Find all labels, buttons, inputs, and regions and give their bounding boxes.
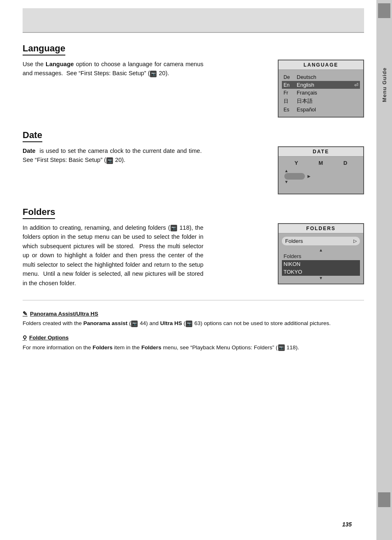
lang-code-de: De — [284, 74, 293, 80]
lang-name-fr: Français — [297, 90, 317, 96]
folder-select-label: Folders — [285, 238, 303, 244]
language-screen-title: LANGUAGE — [279, 60, 363, 70]
sidebar-label: Menu Guide — [381, 67, 387, 102]
page-ref-icon-folders: 📷 — [171, 225, 177, 231]
lang-item-en: En English ⏎ — [282, 81, 360, 89]
note-panorama: ✎ Panorama Assist/Ultra HS Folders creat… — [23, 309, 364, 328]
pencil-icon: ✎ — [23, 309, 28, 318]
folders-text: In addition to creating, renaming, and d… — [23, 223, 203, 288]
date-columns: Y M D — [284, 160, 357, 166]
folder-list: Folders NIKON TOKYO — [282, 252, 360, 276]
lang-item-fr: Fr Français — [282, 89, 360, 97]
date-camera-screen: DATE Y M D ▲ — [278, 146, 364, 194]
enter-icon: ⏎ — [354, 82, 358, 88]
lang-item-de: De Deutsch — [282, 73, 360, 81]
top-decorative-bar — [23, 8, 364, 33]
note-folder-options: ⚲ Folder Options For more information on… — [23, 334, 364, 352]
note-folder-options-body: For more information on the Folders item… — [23, 344, 364, 352]
note-panorama-heading: Panorama Assist/Ultra HS — [30, 310, 98, 318]
language-camera-screen: LANGUAGE De Deutsch En English — [278, 60, 364, 118]
folder-select-row: Folders ▷ — [282, 237, 360, 245]
date-nav: ▲ ► ▼ — [284, 168, 357, 184]
folders-screen-body: Folders ▷ ▲ Folders NIKON TOKYO ▼ — [279, 233, 363, 284]
language-screen-body: De Deutsch En English ⏎ Fr — [279, 70, 363, 117]
folders-heading: Folders — [23, 207, 55, 219]
date-text: Date is used to set the camera clock to … — [23, 146, 203, 165]
sidebar-icon-bottom — [378, 492, 390, 507]
note-folder-options-title: ⚲ Folder Options — [23, 334, 364, 342]
search-icon: ⚲ — [23, 334, 27, 342]
page-ref-icon-date: 📷 — [106, 157, 113, 164]
folders-section-row: In addition to creating, renaming, and d… — [23, 223, 364, 288]
lang-name-en: English — [297, 82, 314, 88]
lang-code-es: Es — [284, 107, 293, 113]
date-screen: DATE Y M D ▲ — [278, 146, 364, 194]
lang-code-ja: 日 — [284, 98, 293, 105]
arrow-right: ► — [307, 173, 311, 179]
down-arrow: ▼ — [284, 180, 288, 184]
folder-item-tokyo: TOKYO — [282, 268, 360, 276]
page-ref-ultrahs: 📷 — [186, 321, 192, 327]
folders-screen: FOLDERS Folders ▷ ▲ Folders NIKON TOKYO — [278, 223, 364, 284]
folders-camera-screen: FOLDERS Folders ▷ ▲ Folders NIKON TOKYO — [278, 223, 364, 284]
date-col-m: M — [318, 160, 323, 166]
note-panorama-body: Folders created with the Panorama assist… — [23, 319, 364, 328]
language-list: De Deutsch En English ⏎ Fr — [282, 73, 360, 113]
language-text: Use the Language option to choose a lang… — [23, 60, 203, 78]
folders-screen-title: FOLDERS — [279, 224, 363, 233]
language-heading: Language — [23, 43, 65, 55]
sidebar-tab: Menu Guide — [376, 0, 392, 540]
note-panorama-title: ✎ Panorama Assist/Ultra HS — [23, 309, 364, 318]
date-col-y: Y — [295, 160, 298, 166]
lang-item-es: Es Español — [282, 106, 360, 113]
language-screen: LANGUAGE De Deutsch En English — [278, 60, 364, 118]
date-section-row: Date is used to set the camera clock to … — [23, 146, 364, 194]
folder-down-arrow: ▼ — [282, 276, 360, 280]
date-input-row: ► — [284, 173, 311, 180]
folder-chevron-right: ▷ — [353, 238, 357, 244]
sidebar-icon-top — [378, 3, 390, 18]
lang-name-de: Deutsch — [297, 74, 316, 80]
note-folder-options-heading: Folder Options — [29, 334, 69, 342]
up-arrow: ▲ — [284, 168, 288, 173]
main-content: Language Use the Language option to choo… — [0, 0, 376, 540]
page-number: 135 — [342, 521, 352, 528]
language-section: Language Use the Language option to choo… — [23, 43, 364, 118]
folder-up-arrow: ▲ — [282, 248, 360, 252]
lang-name-ja: 日本語 — [297, 97, 313, 105]
page-ref-icon: 📷 — [150, 71, 157, 77]
date-nav-col: ▲ ► ▼ — [284, 168, 311, 184]
date-section: Date Date is used to set the camera cloc… — [23, 130, 364, 194]
lang-code-fr: Fr — [284, 90, 293, 96]
page-ref-panorama: 📷 — [131, 321, 138, 327]
language-section-row: Use the Language option to choose a lang… — [23, 60, 364, 118]
lang-code-en: En — [284, 82, 293, 88]
folder-item-nikon: NIKON — [282, 260, 360, 268]
date-col-d: D — [344, 160, 347, 166]
date-pill — [284, 173, 305, 180]
notes-container: ✎ Panorama Assist/Ultra HS Folders creat… — [23, 300, 364, 352]
lang-name-es: Español — [297, 106, 316, 113]
date-heading: Date — [23, 130, 42, 142]
lang-item-ja: 日 日本語 — [282, 97, 360, 106]
date-screen-title: DATE — [279, 147, 363, 157]
folders-section: Folders In addition to creating, renamin… — [23, 207, 364, 288]
folder-item-folders: Folders — [282, 252, 360, 260]
date-screen-body: Y M D ▲ ► — [279, 157, 363, 194]
page-ref-folders2: 📷 — [278, 344, 285, 351]
